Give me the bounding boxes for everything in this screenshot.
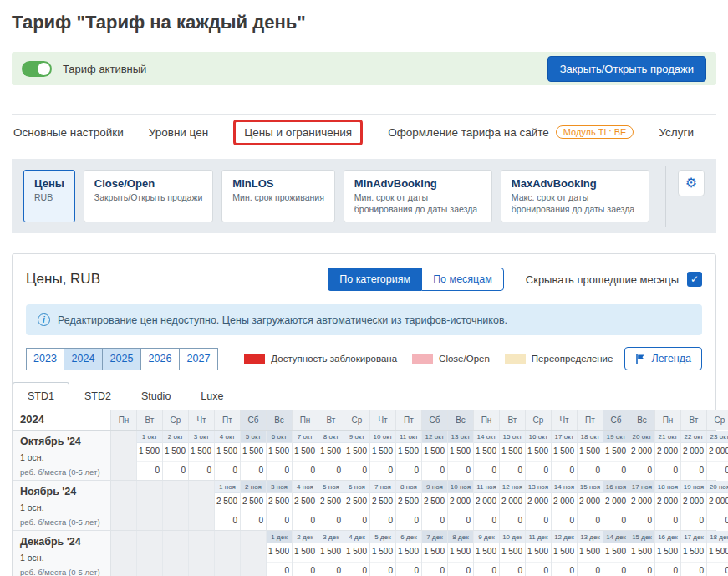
price-cell[interactable]: 4 ноя2 5000 (293, 481, 318, 530)
price-cell[interactable]: 6 ноя2 5000 (344, 481, 370, 530)
year-button-2025[interactable]: 2025 (103, 348, 141, 370)
price-cell[interactable]: 15 окт1 5000 (500, 431, 526, 480)
category-tab-std2[interactable]: STD2 (69, 382, 126, 410)
price-cell[interactable]: 3 ноя2 5000 (267, 481, 293, 530)
year-button-2023[interactable]: 2023 (26, 348, 64, 370)
tariff-active-toggle[interactable] (22, 61, 52, 77)
nav-tab-label: Услуги (659, 126, 694, 139)
price-cell[interactable]: 19 ноя2 0000 (681, 481, 707, 530)
date-label: 2 дек (293, 531, 318, 543)
empty-cell (215, 531, 241, 576)
price-cell[interactable]: 3 окт1 5000 (189, 431, 215, 480)
price-cell[interactable]: 14 ноя2 0000 (552, 481, 578, 530)
child-price: 0 (603, 562, 629, 576)
price-cell[interactable]: 18 окт1 5000 (578, 431, 603, 480)
year-button-2024[interactable]: 2024 (64, 348, 103, 370)
price-cell[interactable]: 20 окт2 0000 (629, 431, 655, 480)
price-cell[interactable]: 7 ноя2 5000 (370, 481, 396, 530)
view-by-month-button[interactable]: По месяцам (421, 268, 504, 291)
price-cell[interactable]: 1 дек1 5000 (267, 531, 293, 576)
nav-tab-1[interactable]: Основные настройки (13, 126, 124, 139)
price-cell[interactable]: 13 окт1 5000 (448, 431, 474, 480)
category-tab-luxe[interactable]: Luxe (186, 382, 238, 410)
price-cell[interactable]: 1 окт1 5000 (137, 431, 163, 480)
price-cell[interactable]: 11 дек1 5000 (526, 531, 552, 576)
restriction-card-3[interactable]: MinLOSМин. срок проживания (221, 170, 334, 222)
price-cell[interactable]: 11 ноя2 0000 (474, 481, 500, 530)
price-cell[interactable]: 7 окт1 5000 (293, 431, 318, 480)
price-cell[interactable]: 11 окт1 5000 (396, 431, 422, 480)
price-cell[interactable]: 17 дек1 5000 (681, 531, 707, 576)
price-cell[interactable]: 22 окт2 0000 (681, 431, 707, 480)
price-cell[interactable]: 16 окт1 5000 (526, 431, 552, 480)
price-cell[interactable]: 5 окт1 5000 (241, 431, 267, 480)
price-cell[interactable]: 17 окт1 5000 (552, 431, 578, 480)
price-cell[interactable]: 4 окт1 5000 (215, 431, 241, 480)
price-cell[interactable]: 12 ноя2 0000 (500, 481, 526, 530)
date-label: 23 окт (707, 431, 728, 443)
price-cell[interactable]: 9 дек1 5000 (474, 531, 500, 576)
date-label: 9 окт (344, 431, 369, 443)
price-cell[interactable]: 16 ноя2 0000 (603, 481, 629, 530)
nav-tab-2[interactable]: Уровни цен (149, 126, 208, 139)
price-cell[interactable]: 16 дек1 5000 (655, 531, 681, 576)
price-cell[interactable]: 12 окт1 5000 (422, 431, 448, 480)
category-tab-std1[interactable]: STD1 (13, 382, 69, 410)
price-cell[interactable]: 5 дек1 5000 (370, 531, 396, 576)
price-cell[interactable]: 1 ноя2 5000 (215, 481, 241, 530)
price-cell[interactable]: 8 окт1 5000 (318, 431, 344, 480)
category-tab-studio[interactable]: Studio (126, 382, 186, 410)
price-cell[interactable]: 6 дек1 5000 (396, 531, 422, 576)
restriction-card-4[interactable]: MinAdvBookingМин. срок от даты бронирова… (344, 170, 492, 222)
base-price: 1 500 (707, 543, 728, 562)
price-cell[interactable]: 4 дек1 5000 (344, 531, 370, 576)
nav-tab-5[interactable]: Услуги (659, 126, 694, 139)
price-cell[interactable]: 10 окт1 5000 (370, 431, 396, 480)
price-cell[interactable]: 14 дек1 5000 (603, 531, 629, 576)
price-cell[interactable]: 23 окт2 0000 (707, 431, 728, 480)
legend-button[interactable]: Легенда (624, 347, 702, 370)
price-cell[interactable]: 19 окт1 5000 (603, 431, 629, 480)
price-cell[interactable]: 18 ноя2 0000 (655, 481, 681, 530)
hide-past-checkbox[interactable] (687, 272, 702, 287)
price-cell[interactable]: 12 дек1 5000 (552, 531, 578, 576)
base-price: 2 000 (707, 443, 728, 461)
restriction-card-2[interactable]: Close/OpenЗакрыть/Открыть продажи (84, 170, 214, 222)
year-button-2027[interactable]: 2027 (180, 348, 218, 370)
price-cell[interactable]: 15 ноя2 0000 (578, 481, 603, 530)
price-cell[interactable]: 8 дек1 5000 (448, 531, 474, 576)
price-cell[interactable]: 18 дек1 5000 (707, 531, 728, 576)
view-by-category-button[interactable]: По категориям (328, 268, 421, 291)
settings-button[interactable] (678, 170, 705, 196)
year-button-2026[interactable]: 2026 (141, 348, 180, 370)
price-cell[interactable]: 8 ноя2 5000 (396, 481, 422, 530)
price-cell[interactable]: 10 ноя2 0000 (448, 481, 474, 530)
price-cell[interactable]: 17 ноя2 0000 (629, 481, 655, 530)
price-cell[interactable]: 6 окт1 5000 (267, 431, 293, 480)
price-cell[interactable]: 7 дек1 5000 (422, 531, 448, 576)
date-label: 17 дек (681, 531, 706, 543)
price-cell[interactable]: 15 дек1 5000 (629, 531, 655, 576)
price-cell[interactable]: 9 окт1 5000 (344, 431, 370, 480)
price-cell[interactable]: 2 окт1 5000 (163, 431, 189, 480)
price-cell[interactable]: 14 окт1 5000 (474, 431, 500, 480)
base-price: 2 000 (500, 493, 525, 512)
price-cell[interactable]: 3 дек1 5000 (318, 531, 344, 576)
price-cell[interactable]: 2 ноя2 5000 (241, 481, 267, 530)
base-price: 1 500 (578, 543, 603, 562)
restriction-card-1[interactable]: ЦеныRUB (23, 170, 75, 222)
price-cell[interactable]: 10 дек1 5000 (500, 531, 526, 576)
close-open-sales-button[interactable]: Закрыть/Открыть продажи (547, 56, 706, 82)
price-cell[interactable]: 5 ноя2 5000 (318, 481, 344, 530)
nav-tab-4[interactable]: Оформление тарифа на сайтеМодуль TL: BE (388, 125, 634, 139)
restriction-card-5[interactable]: MaxAdvBookingМакс. срок от даты брониров… (501, 170, 649, 222)
base-price: 2 000 (474, 493, 499, 512)
card-title: Цены (34, 177, 64, 190)
price-cell[interactable]: 13 ноя2 0000 (526, 481, 552, 530)
price-cell[interactable]: 2 дек1 5000 (293, 531, 318, 576)
price-cell[interactable]: 9 ноя2 5000 (422, 481, 448, 530)
nav-tab-3[interactable]: Цены и ограничения (233, 120, 363, 145)
price-cell[interactable]: 13 дек1 5000 (578, 531, 603, 576)
price-cell[interactable]: 21 окт2 0000 (655, 431, 681, 480)
price-cell[interactable]: 20 ноя2 0000 (707, 481, 728, 530)
